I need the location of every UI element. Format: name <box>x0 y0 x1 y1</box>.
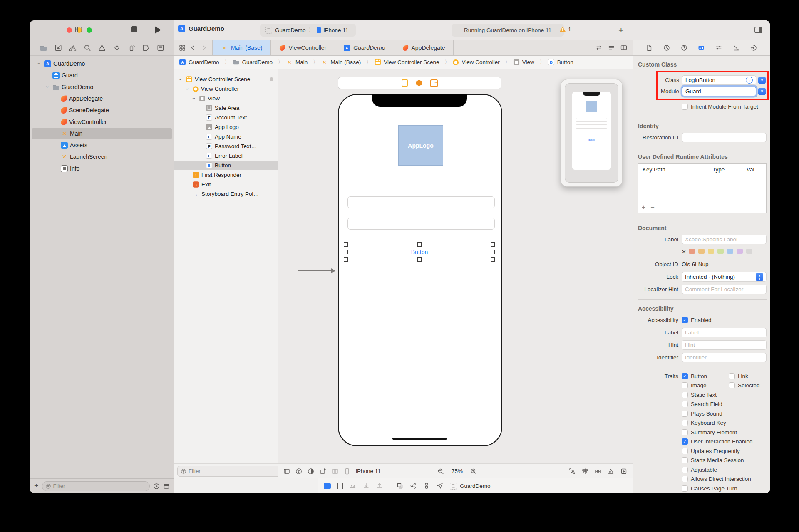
report-navigator-icon[interactable] <box>157 44 164 52</box>
trait-checkbox[interactable] <box>682 476 688 482</box>
runtime-attributes-table[interactable]: Key Path Type Val… + − <box>638 163 767 213</box>
outline-row[interactable]: Exit <box>174 180 278 189</box>
issue-navigator-icon[interactable] <box>98 44 106 52</box>
color-swatch[interactable] <box>746 249 752 254</box>
size-inspector-icon[interactable] <box>733 45 739 51</box>
color-swatch[interactable] <box>689 249 695 254</box>
update-frames-icon[interactable] <box>569 468 576 475</box>
module-dropdown-icon[interactable] <box>758 88 766 95</box>
project-navigator-icon[interactable] <box>40 44 47 52</box>
disclosure-chevron[interactable] <box>178 76 184 82</box>
iphone-canvas-frame[interactable]: AppLogo <box>338 94 502 446</box>
a11y-label-field[interactable]: Label <box>682 328 767 337</box>
file-tree-row[interactable]: GuardDemo <box>30 58 174 69</box>
interface-builder-canvas[interactable]: AppLogo Button <box>278 69 633 464</box>
editor-options-icon[interactable] <box>608 45 615 51</box>
color-swatch[interactable] <box>717 249 724 254</box>
add-editor-icon[interactable] <box>620 45 627 51</box>
attributes-inspector-icon[interactable] <box>715 45 722 51</box>
file-tree-row[interactable]: GuardDemo <box>30 81 174 93</box>
orientation-icon[interactable] <box>320 468 326 475</box>
selection-handle[interactable] <box>491 257 495 262</box>
zoom-level-button[interactable]: 75% <box>452 468 463 474</box>
jump-bar-item[interactable]: View 〉 <box>513 59 548 66</box>
exit-dock-icon[interactable] <box>430 79 438 87</box>
toggle-navigator-icon[interactable] <box>75 26 82 33</box>
trait-checkbox[interactable] <box>682 392 688 398</box>
jump-bar-item[interactable]: Main (Base) 〉 <box>321 59 374 66</box>
resolve-autolayout-icon[interactable] <box>608 468 614 475</box>
module-field[interactable]: Guard <box>682 87 756 96</box>
memory-graph-icon[interactable] <box>410 483 417 489</box>
navigator-filter-field[interactable]: Filter <box>42 481 150 491</box>
file-tree-row[interactable]: Guard <box>30 69 174 81</box>
device-name-button[interactable]: iPhone 11 <box>356 468 381 474</box>
selection-handle[interactable] <box>417 242 422 247</box>
breakpoints-toggle-button[interactable] <box>324 483 331 489</box>
scm-status-filter-icon[interactable] <box>163 483 170 490</box>
outline-row[interactable]: View Controller Scene <box>174 74 278 84</box>
jump-bar-item[interactable]: GuardDemo 〉 <box>233 59 286 66</box>
file-tree-row[interactable]: Main <box>32 128 172 139</box>
add-constraints-icon[interactable] <box>595 468 601 475</box>
view-controller-scene-dock[interactable] <box>338 77 501 89</box>
jump-to-class-icon[interactable]: → <box>746 77 753 84</box>
outline-filter-field[interactable]: Filter <box>177 466 281 477</box>
jump-bar-item[interactable]: GuardDemo 〉 <box>179 59 233 66</box>
editor-tab[interactable]: Main (Base) <box>213 40 271 55</box>
accessibility-preview-icon[interactable] <box>295 468 302 475</box>
forward-button-icon[interactable] <box>201 45 207 51</box>
editor-tab[interactable]: AppDelegate <box>394 40 454 55</box>
outline-row[interactable]: Error Label <box>174 151 278 161</box>
file-inspector-icon[interactable] <box>646 45 653 51</box>
identity-inspector-icon[interactable] <box>698 45 705 51</box>
zoom-window-button[interactable] <box>87 27 92 33</box>
quick-help-inspector-icon[interactable] <box>681 45 687 51</box>
a11y-identifier-field[interactable]: Identifier <box>682 353 767 362</box>
run-button[interactable] <box>155 26 161 34</box>
outline-row[interactable]: Storyboard Entry Poi… <box>174 189 278 199</box>
restoration-id-field[interactable] <box>682 133 767 142</box>
inherit-module-checkbox[interactable] <box>682 104 688 110</box>
trait-checkbox[interactable] <box>729 373 735 379</box>
accessibility-enabled-checkbox[interactable] <box>682 317 688 323</box>
warning-badge[interactable]: 1 <box>559 26 571 32</box>
debug-navigator-icon[interactable] <box>128 44 135 52</box>
back-button-icon[interactable] <box>190 45 196 51</box>
symbol-navigator-icon[interactable] <box>69 44 77 52</box>
lock-dropdown[interactable]: Inherited - (Nothing) ∧∨ <box>682 272 767 282</box>
trait-checkbox[interactable] <box>729 382 735 388</box>
class-dropdown-icon[interactable] <box>758 77 766 84</box>
zoom-out-icon[interactable] <box>437 468 444 475</box>
jump-bar-item[interactable]: View Controller 〉 <box>452 59 513 66</box>
file-tree-row[interactable]: Assets <box>30 139 174 151</box>
outline-row[interactable]: App Logo <box>174 122 278 132</box>
selection-handle[interactable] <box>344 250 348 254</box>
file-tree-row[interactable]: Info <box>30 163 174 174</box>
device-bezel-icon[interactable] <box>344 468 350 475</box>
color-swatch[interactable] <box>737 249 743 254</box>
disclosure-chevron[interactable] <box>191 95 197 101</box>
test-navigator-icon[interactable] <box>113 44 121 52</box>
toggle-outline-icon[interactable] <box>283 468 290 475</box>
account-text-field[interactable] <box>347 196 495 208</box>
split-preview-icon[interactable] <box>332 468 338 475</box>
find-navigator-icon[interactable] <box>84 44 91 52</box>
trait-checkbox[interactable] <box>682 467 688 473</box>
step-out-icon[interactable] <box>376 483 383 489</box>
trait-checkbox[interactable] <box>682 438 688 445</box>
appearance-toggle-icon[interactable] <box>308 468 314 475</box>
jump-bar-item[interactable]: Button 〉 <box>548 59 573 66</box>
first-responder-dock-icon[interactable] <box>416 80 422 86</box>
storyboard-entry-arrow[interactable] <box>298 270 335 271</box>
login-button[interactable]: Button <box>411 249 428 255</box>
a11y-hint-field[interactable]: Hint <box>682 340 767 350</box>
swap-editor-icon[interactable] <box>596 45 602 51</box>
trait-checkbox[interactable] <box>682 411 688 417</box>
selection-handle[interactable] <box>344 257 348 262</box>
trait-checkbox[interactable] <box>682 401 688 407</box>
outline-row[interactable]: Password Text… <box>174 141 278 151</box>
scheme-selector[interactable]: GuardDemo 〉 iPhone 11 <box>260 24 356 37</box>
history-inspector-icon[interactable] <box>663 45 670 51</box>
add-attribute-button[interactable]: + <box>642 204 645 211</box>
